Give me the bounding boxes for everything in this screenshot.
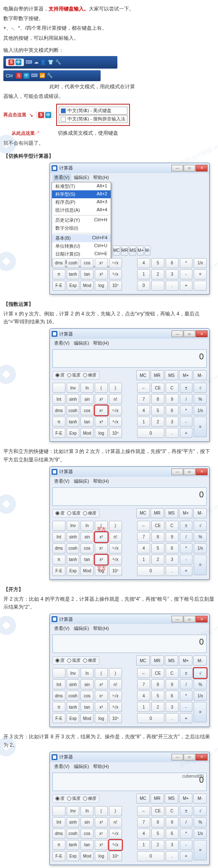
key-)[interactable]: ) — [109, 521, 122, 531]
key-m+[interactable]: M+ — [179, 370, 192, 380]
key-.[interactable]: . — [166, 713, 179, 723]
key-sinh[interactable]: sinh — [67, 532, 80, 542]
key-F-E[interactable]: F-E — [52, 428, 65, 438]
angle-deg[interactable]: 度 — [55, 510, 65, 516]
key-x³[interactable]: x³立方 — [95, 555, 108, 565]
menu-view[interactable]: 查看(V) — [52, 625, 71, 632]
key-Exp[interactable]: Exp — [67, 851, 80, 861]
menu-edit[interactable]: 编辑(E) — [72, 625, 91, 632]
angle-grad[interactable]: 梯度 — [83, 658, 96, 663]
key-log[interactable]: log — [95, 281, 108, 291]
key-C[interactable]: C — [166, 521, 179, 531]
key-mr[interactable]: MR — [151, 794, 164, 804]
key-sin[interactable]: sin — [80, 532, 93, 542]
key-ln[interactable]: ln — [80, 521, 93, 531]
key-1/x[interactable]: 1/x — [194, 691, 207, 701]
key-F-E[interactable]: F-E — [52, 713, 65, 723]
close-button[interactable]: ✕ — [196, 165, 208, 172]
angle-deg[interactable]: 度 — [55, 796, 65, 801]
key-mc[interactable]: MC — [113, 246, 120, 256]
key-x³[interactable]: x³ — [95, 269, 108, 279]
key-π[interactable]: π — [52, 555, 65, 565]
key-Exp[interactable]: Exp — [67, 281, 80, 291]
key-C[interactable]: C — [166, 806, 179, 816]
key-cosh[interactable]: cosh — [67, 543, 80, 553]
key-5[interactable]: 5 — [151, 543, 164, 553]
menu-edit[interactable]: 编辑(E) — [72, 478, 91, 485]
key-ʸ√x[interactable]: ʸ√x — [109, 405, 122, 415]
key-mc[interactable]: MC — [136, 508, 150, 518]
key-√[interactable]: √ — [194, 521, 207, 531]
key-8[interactable]: 8 — [151, 817, 164, 827]
angle-grad[interactable]: 梯度 — [83, 372, 96, 378]
menu-scientific[interactable]: 科学型(S)Alt+2 — [52, 190, 111, 198]
key-b[interactable] — [194, 281, 207, 291]
key-5[interactable]: 5 — [151, 691, 164, 701]
key-1/x[interactable]: 1/x — [194, 829, 207, 839]
key-tan[interactable]: tan — [80, 417, 93, 427]
key-Int[interactable]: Int — [52, 532, 65, 542]
key-tanh[interactable]: tanh — [67, 417, 80, 427]
key-4[interactable]: 4 — [137, 543, 150, 553]
key-mr[interactable]: MR — [151, 508, 164, 518]
key-Mod[interactable]: Mod — [80, 428, 93, 438]
key-Int[interactable]: Int — [52, 679, 65, 689]
menu-help[interactable]: 帮助(H) — [91, 340, 110, 347]
key-5[interactable]: 5 — [151, 829, 164, 839]
key-*[interactable]: * — [180, 691, 193, 701]
angle-grad[interactable]: 梯度 — [83, 510, 96, 516]
key-n![interactable]: n! — [109, 679, 122, 689]
key-mr[interactable]: MR — [151, 370, 164, 380]
key-1/x[interactable]: 1/x — [194, 258, 207, 268]
key-±[interactable]: ± — [180, 668, 193, 678]
key-)[interactable]: ) — [109, 383, 122, 393]
key-mplus[interactable]: M+ — [137, 246, 144, 256]
key-CE[interactable]: CE — [151, 668, 164, 678]
key-tanh[interactable]: tanh — [67, 840, 80, 850]
key-%[interactable]: % — [194, 532, 207, 542]
key-dms[interactable]: dms — [52, 405, 65, 415]
menu-help[interactable]: 帮助(H) — [91, 174, 110, 181]
key-m-[interactable]: M- — [193, 508, 207, 518]
key-ʸ√x[interactable]: ʸ√x — [109, 829, 122, 839]
key-log[interactable]: log — [95, 713, 108, 723]
key-.[interactable]: . — [166, 566, 179, 576]
key--[interactable]: - — [180, 555, 193, 565]
key-=[interactable]: = — [194, 417, 207, 437]
menu-history[interactable]: 历史记录(Y)Ctrl+H — [52, 216, 111, 224]
key-%[interactable]: % — [194, 679, 207, 689]
key-←[interactable]: ← — [137, 521, 150, 531]
key-Inv[interactable]: Inv — [67, 521, 80, 531]
min-button[interactable]: — — [171, 616, 183, 622]
key-←[interactable]: ← — [137, 668, 150, 678]
key-1[interactable]: 1 — [137, 702, 150, 712]
key-8[interactable]: 8 — [151, 394, 164, 404]
key-log[interactable]: log — [95, 428, 108, 438]
key-Inv[interactable]: Inv — [67, 383, 80, 393]
key-sin[interactable]: sin — [80, 817, 93, 827]
key-blank[interactable] — [52, 668, 65, 678]
key-xʸ[interactable]: xʸ — [95, 829, 108, 839]
key-n![interactable]: n! — [109, 532, 122, 542]
max-button[interactable]: ▭ — [184, 330, 195, 337]
key-tan[interactable]: tan — [80, 840, 93, 850]
key-*[interactable]: * — [180, 405, 193, 415]
key-2[interactable]: 2 — [151, 555, 164, 565]
key-³√x[interactable]: ³√x — [109, 840, 122, 850]
key-dms[interactable]: dms — [52, 258, 65, 268]
key-ms[interactable]: MS — [165, 370, 178, 380]
key-Int[interactable]: Int — [52, 817, 65, 827]
ime-opt-us[interactable]: 中文(简体) - 美式键盘 — [59, 107, 127, 115]
key-mr[interactable]: MR — [151, 655, 164, 666]
key-2[interactable]: 2 — [151, 702, 164, 712]
min-button[interactable]: — — [171, 165, 183, 172]
key-π[interactable]: π — [52, 417, 65, 427]
key-m-[interactable]: M- — [193, 794, 207, 804]
key-1[interactable]: 1 — [137, 555, 150, 565]
key-m+[interactable]: M+ — [179, 508, 192, 518]
key-³√x[interactable]: ³√x — [109, 269, 122, 279]
key-.[interactable]: . — [166, 428, 179, 438]
key-ms[interactable]: MS — [165, 794, 178, 804]
key-ʸ√x[interactable]: ʸ√x — [109, 543, 122, 553]
menu-view[interactable]: 查看(V) — [52, 763, 71, 770]
